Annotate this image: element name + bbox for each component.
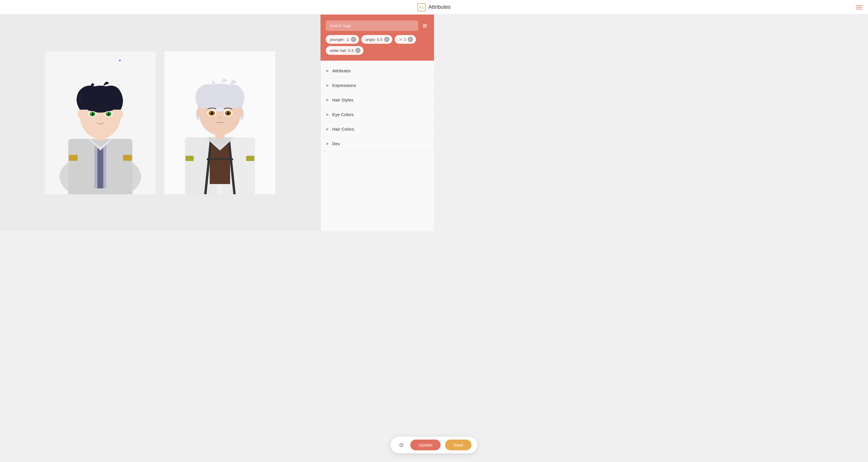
svg-rect-46	[186, 156, 194, 161]
header-title: Attributes	[429, 4, 434, 10]
category-label-attributes: Attributes	[332, 68, 350, 73]
svg-point-16	[91, 113, 92, 114]
tag-chip-younger: younger: -1 ×	[326, 35, 359, 44]
tag-chip-whitehair: white hair: 0.3 ×	[326, 46, 364, 55]
logo-version-box: 0.1	[417, 3, 426, 11]
svg-rect-47	[246, 156, 254, 161]
arrow-icon-haircolors: ▶	[327, 127, 329, 131]
logo-version-text: 0.1	[419, 5, 424, 9]
category-item-dev[interactable]: ▶ Dev	[320, 136, 434, 151]
content-area: ⚙ Update Save	[0, 14, 320, 231]
tag-remove-emoji[interactable]: ×	[408, 37, 413, 42]
category-item-expressions[interactable]: ▶ Expressions	[320, 78, 434, 93]
tag-label-emoji: :<: 1	[399, 37, 406, 42]
search-area: ⊞ younger: -1 × angry: 0.3 × :<: 1 ×	[320, 14, 434, 61]
svg-point-21	[107, 113, 108, 114]
search-input[interactable]	[326, 21, 418, 31]
blue-dot-indicator	[119, 60, 121, 61]
svg-point-45	[227, 112, 228, 113]
tag-chip-angry: angry: 0.3 ×	[361, 35, 392, 44]
category-label-expressions: Expressions	[332, 83, 356, 88]
arrow-icon-eyecolors: ▶	[327, 113, 329, 116]
tag-label-whitehair: white hair: 0.3	[330, 49, 353, 53]
arrow-icon-dev: ▶	[327, 142, 329, 146]
header-logo: 0.1 Attributes	[417, 3, 434, 11]
svg-point-40	[210, 112, 212, 113]
image-card-2[interactable]	[164, 51, 275, 194]
category-list: ▶ Attributes ▶ Expressions ▶ Hair Styles…	[320, 61, 434, 154]
arrow-icon-expressions: ▶	[327, 84, 329, 87]
add-tag-button[interactable]: ⊞	[421, 22, 429, 30]
search-bar-row: ⊞	[326, 21, 429, 31]
arrow-icon-attributes: ▶	[327, 69, 329, 73]
category-label-dev: Dev	[332, 141, 340, 146]
character-image-2	[164, 51, 275, 194]
image-card-1[interactable]	[45, 51, 156, 194]
tag-label-angry: angry: 0.3	[366, 37, 382, 42]
category-label-eyecolors: Eye Colors	[332, 112, 353, 117]
tag-chip-emoji: :<: 1 ×	[395, 35, 416, 44]
character-image-1	[45, 51, 156, 194]
char2-svg	[164, 51, 275, 194]
app-header: 0.1 Attributes	[0, 0, 434, 14]
plus-icon: ⊞	[423, 23, 427, 28]
tag-remove-angry[interactable]: ×	[384, 37, 390, 42]
category-label-hairstyles: Hair Styles	[332, 97, 353, 102]
tag-remove-younger[interactable]: ×	[351, 37, 356, 42]
main-container: ⚙ Update Save ⊞ younger: -1 × angry: 0.	[0, 0, 434, 231]
svg-point-35	[238, 109, 243, 117]
category-item-eyecolors[interactable]: ▶ Eye Colors	[320, 107, 434, 122]
char1-svg	[45, 51, 156, 194]
tags-area: younger: -1 × angry: 0.3 × :<: 1 × white…	[326, 35, 429, 55]
category-item-haircolors[interactable]: ▶ Hair Colors	[320, 122, 434, 136]
tag-remove-whitehair[interactable]: ×	[355, 48, 361, 53]
right-sidebar: ⊞ younger: -1 × angry: 0.3 × :<: 1 ×	[320, 14, 434, 231]
svg-point-10	[78, 110, 84, 118]
category-label-haircolors: Hair Colors	[332, 127, 354, 131]
svg-point-34	[196, 109, 203, 117]
tag-label-younger: younger: -1	[330, 37, 349, 42]
category-item-hairstyles[interactable]: ▶ Hair Styles	[320, 93, 434, 107]
category-item-attributes[interactable]: ▶ Attributes	[320, 64, 434, 78]
svg-point-11	[117, 110, 123, 118]
svg-rect-22	[69, 155, 78, 161]
arrow-icon-hairstyles: ▶	[327, 98, 329, 102]
svg-rect-23	[123, 155, 132, 161]
